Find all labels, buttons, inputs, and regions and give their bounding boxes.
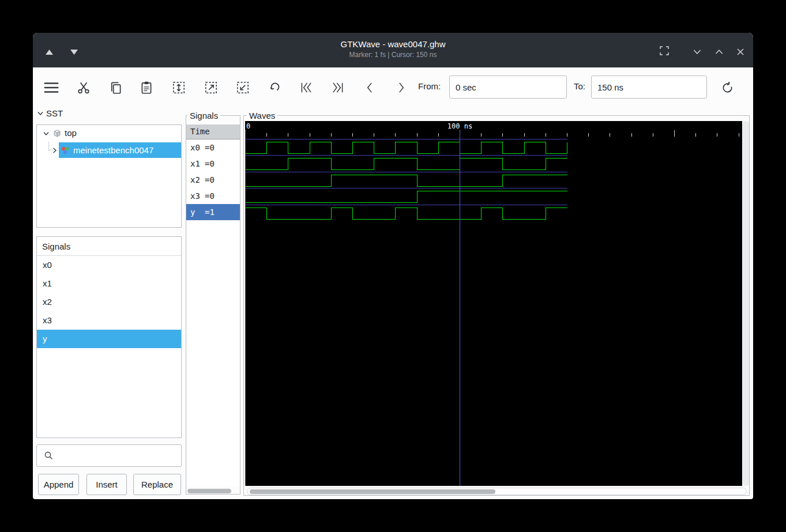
sst-signals-list: Signals x0 x1 x2 x3 y: [36, 236, 182, 438]
menu-icon[interactable]: [42, 78, 61, 97]
signal-list-item-y[interactable]: y: [37, 330, 181, 348]
waves-v-scrollbar[interactable]: [743, 121, 749, 486]
signal-search-input[interactable]: [36, 444, 182, 467]
go-to-start-icon[interactable]: [296, 78, 316, 97]
screen: GTKWave - wave0047.ghw Marker: 1 fs | Cu…: [0, 0, 786, 532]
waves-h-scrollbar[interactable]: [247, 488, 747, 495]
sst-tree: top meinetestbench0047: [36, 124, 182, 228]
step-forward-icon[interactable]: [392, 78, 411, 97]
cut-icon[interactable]: [74, 78, 93, 97]
testbench-icon: [61, 146, 70, 155]
zoom-out-icon[interactable]: [233, 78, 253, 97]
trace-row-x1[interactable]: x1=0: [186, 156, 240, 172]
signals-list-header: Signals: [37, 237, 181, 256]
toolbar: From: To:: [33, 67, 753, 107]
chevron-down-icon: [37, 111, 43, 116]
signals-frame-legend: Signals: [187, 111, 220, 120]
zoom-fit-icon[interactable]: [169, 78, 189, 97]
signals-h-scrollbar[interactable]: [186, 488, 240, 495]
signal-search: [36, 444, 182, 467]
wave-canvas[interactable]: 0100 ns: [245, 121, 742, 486]
replace-button[interactable]: Replace: [133, 474, 181, 495]
sst-tree-item-meinetestbench0047[interactable]: meinetestbench0047: [37, 142, 181, 159]
marker-cursor-status: Marker: 1 fs | Cursor: 150 ns: [33, 49, 753, 59]
trace-value: =0: [205, 159, 215, 168]
titlebar[interactable]: GTKWave - wave0047.ghw Marker: 1 fs | Cu…: [33, 33, 753, 67]
sst-tree-item-top[interactable]: top: [37, 125, 181, 142]
gtkwave-window: GTKWave - wave0047.ghw Marker: 1 fs | Cu…: [33, 33, 753, 499]
sst-section-header[interactable]: SST: [37, 108, 63, 118]
restore-up-icon[interactable]: [713, 46, 725, 58]
trace-name: x2: [190, 172, 205, 188]
module-icon: [52, 129, 62, 138]
to-input[interactable]: [591, 76, 707, 99]
trace-row-x0[interactable]: x0=0: [186, 139, 240, 156]
trace-value: =0: [205, 175, 215, 184]
signal-list-item-x1[interactable]: x1: [37, 274, 181, 293]
trace-row-x3[interactable]: x3=0: [186, 188, 240, 204]
trace-name: x0: [190, 139, 205, 156]
trace-name: x3: [190, 188, 205, 204]
tree-item-label: meinetestbench0047: [73, 145, 153, 155]
scrollbar-thumb[interactable]: [187, 489, 231, 493]
maximize-icon[interactable]: [658, 44, 671, 57]
trace-value: =0: [205, 143, 215, 152]
trace-value: =1: [205, 207, 215, 217]
from-label: From:: [418, 81, 441, 91]
selected-tree-highlight[interactable]: meinetestbench0047: [59, 142, 181, 158]
close-icon[interactable]: [734, 46, 747, 58]
titlebar-shade-down-icon[interactable]: [67, 46, 80, 58]
trace-row-x2[interactable]: x2=0: [186, 172, 240, 188]
waveform-plot: 0100 ns: [245, 121, 742, 486]
signal-list-item-x0[interactable]: x0: [37, 256, 181, 274]
svg-text:0: 0: [246, 122, 250, 130]
tree-guide-line: [48, 142, 49, 150]
signal-list-item-x3[interactable]: x3: [37, 311, 181, 330]
sst-header-label: SST: [46, 108, 63, 118]
zoom-in-icon[interactable]: [201, 78, 221, 97]
time-column-header: Time: [186, 124, 240, 139]
trace-name: x1: [190, 156, 205, 172]
expander-right-icon[interactable]: [52, 148, 57, 153]
paste-icon[interactable]: [137, 78, 156, 97]
search-icon: [44, 451, 54, 461]
expander-down-icon[interactable]: [43, 131, 49, 136]
copy-icon[interactable]: [106, 78, 126, 97]
trace-name: y: [190, 204, 205, 220]
from-input[interactable]: [449, 76, 567, 99]
tree-item-label: top: [65, 128, 77, 138]
undo-icon[interactable]: [265, 78, 285, 97]
signal-list-item-x2[interactable]: x2: [37, 293, 181, 311]
window-title: GTKWave - wave0047.ghw: [33, 33, 753, 49]
go-to-end-icon[interactable]: [328, 78, 348, 97]
trace-value: =0: [205, 191, 215, 201]
to-label: To:: [574, 81, 585, 91]
minimize-icon[interactable]: [691, 46, 704, 58]
signals-frame-fill: [186, 221, 240, 486]
trace-row-y[interactable]: y=1: [186, 204, 240, 220]
svg-text:100 ns: 100 ns: [447, 122, 472, 130]
step-back-icon[interactable]: [360, 78, 379, 97]
append-button[interactable]: Append: [38, 474, 79, 495]
insert-button[interactable]: Insert: [87, 474, 127, 495]
reload-icon[interactable]: [717, 78, 737, 97]
scrollbar-thumb[interactable]: [250, 489, 495, 494]
titlebar-shade-up-icon[interactable]: [43, 46, 55, 58]
waves-frame-legend: Waves: [247, 111, 277, 120]
